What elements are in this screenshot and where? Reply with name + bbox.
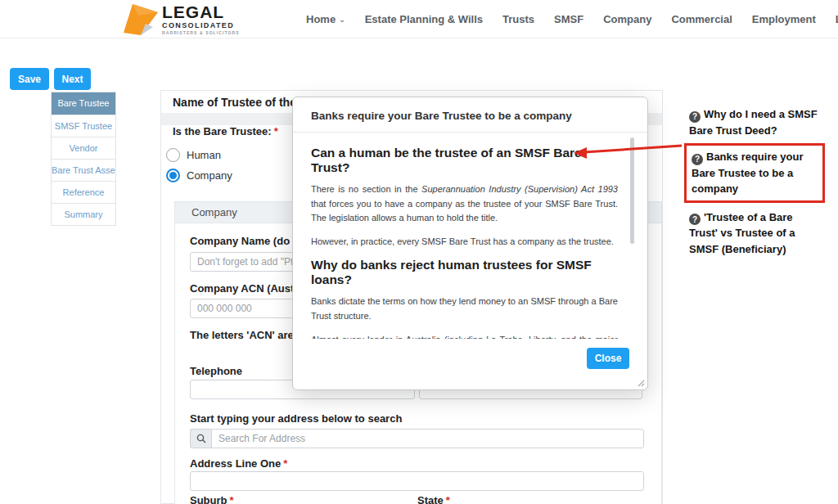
question-circle-icon: ? [689, 214, 701, 225]
modal-heading-can-a-human: Can a human be the trustee of an SMSF Ba… [311, 146, 618, 175]
help-item-trustee-vs-trustee[interactable]: ?'Trustee of a Bare Trust' vs Trustee of… [684, 208, 825, 259]
radio-option-human: Human [166, 148, 221, 162]
required-asterisk: * [274, 125, 278, 137]
telephone-label: Telephone [190, 365, 242, 377]
help-item-why-smsf-bare-trust-deed[interactable]: ?Why do I need a SMSF Bare Trust Deed? [684, 105, 825, 140]
help-sidebar: ?Why do I need a SMSF Bare Trust Deed? ?… [684, 105, 825, 259]
question-circle-icon: ? [689, 111, 701, 123]
radio-option-company: Company [166, 169, 232, 182]
suburb-label: Suburb* [190, 494, 234, 504]
address-line-one-input[interactable] [190, 471, 644, 491]
brand-logo[interactable]: LEGAL CONSOLIDATED BARRISTERS & SOLICITO… [121, 2, 240, 36]
app-window: LEGAL CONSOLIDATED BARRISTERS & SOLICITO… [0, 0, 838, 504]
step-smsf-trustee[interactable]: SMSF Trustee [52, 115, 115, 137]
top-header: LEGAL CONSOLIDATED BARRISTERS & SOLICITO… [0, 0, 838, 38]
address-search-button[interactable] [190, 429, 211, 448]
resize-grip-icon[interactable] [636, 378, 645, 387]
modal-paragraph: There is no section in the Superannuatio… [311, 182, 618, 226]
nav-item-employment[interactable]: Employment [752, 13, 816, 25]
logo-text-legal: LEGAL [162, 3, 240, 20]
save-button[interactable]: Save [10, 68, 49, 90]
step-bare-trustee[interactable]: Bare Trustee [52, 92, 115, 115]
company-radio[interactable] [166, 169, 180, 182]
human-radio[interactable] [166, 148, 180, 162]
logo-text-consolidated: CONSOLIDATED [162, 22, 240, 29]
modal-heading-why-banks-reject: Why do banks reject human trustees for S… [311, 258, 618, 287]
state-label: State* [417, 494, 450, 504]
modal-paragraph: However, in practice, every SMSF Bare Tr… [311, 235, 618, 250]
next-button[interactable]: Next [54, 68, 91, 90]
close-button[interactable]: Close [587, 348, 629, 369]
nav-item-commercial[interactable]: Commercial [671, 13, 732, 25]
human-radio-label: Human [187, 149, 221, 161]
nav-item-estate-planning-wills[interactable]: Estate Planning & Wills [365, 13, 483, 25]
address-search-row [190, 429, 644, 448]
step-summary[interactable]: Summary [52, 203, 115, 225]
logo-arrow-icon [121, 2, 159, 36]
required-asterisk: * [230, 494, 234, 504]
modal-title: Banks require your Bare Trustee to be a … [293, 97, 647, 133]
main-nav: Home ⌄ Estate Planning & Wills Trusts SM… [306, 0, 838, 38]
modal-paragraph: Almost every lender in Australia (includ… [311, 333, 618, 339]
required-asterisk: * [446, 494, 450, 504]
modal-scrollbar-thumb[interactable] [630, 137, 634, 244]
step-vendor[interactable]: Vendor [52, 137, 115, 159]
chevron-down-icon: ⌄ [339, 16, 345, 24]
nav-item-company[interactable]: Company [603, 13, 651, 25]
nav-item-home[interactable]: Home ⌄ [306, 13, 345, 25]
nav-item-trusts[interactable]: Trusts [502, 13, 534, 25]
modal-body[interactable]: Can a human be the trustee of an SMSF Ba… [293, 133, 647, 339]
nav-item-smsf[interactable]: SMSF [554, 13, 583, 25]
bare-trustee-question-label: Is the Bare Trustee:* [173, 125, 278, 137]
step-reference[interactable]: Reference [52, 181, 115, 203]
modal-paragraph: Banks dictate the terms on how they lend… [311, 295, 618, 323]
company-radio-label: Company [187, 169, 232, 182]
steps-sidebar: Bare Trustee SMSF Trustee Vendor Bare Tr… [51, 92, 116, 226]
address-line-one-label: Address Line One* [190, 457, 287, 470]
question-circle-icon: ? [692, 154, 703, 165]
address-search-input[interactable] [211, 429, 644, 448]
logo-text-barristers: BARRISTERS & SOLICITORS [162, 31, 240, 35]
help-item-banks-require-company[interactable]: ?Banks require your Bare Trustee to be a… [684, 143, 825, 203]
step-bare-trust-asset[interactable]: Bare Trust Asset [52, 159, 115, 181]
act-name-italic: Superannuation Industry (Supervision) Ac… [421, 184, 618, 194]
search-icon [196, 434, 206, 443]
help-modal: Banks require your Bare Trustee to be a … [292, 97, 648, 390]
required-asterisk: * [283, 457, 287, 470]
address-search-label: Start typing your address below to searc… [190, 412, 402, 425]
